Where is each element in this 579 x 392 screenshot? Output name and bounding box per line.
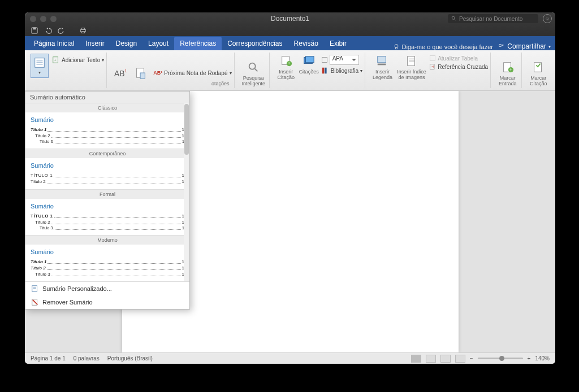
status-language[interactable]: Português (Brasil) <box>107 355 153 361</box>
gallery-preview[interactable]: SumárioTítulo 11Título 21Título 31 <box>25 245 189 282</box>
mark-entry-button[interactable]: + <box>500 60 516 75</box>
svg-text:+: + <box>54 58 57 62</box>
tab-review[interactable]: Revisão <box>288 37 324 50</box>
citation-style-dropdown[interactable]: APA <box>330 55 359 65</box>
custom-toc-icon <box>31 285 39 293</box>
footnote-ab-icon: AB¹ <box>153 70 162 76</box>
svg-rect-31 <box>378 64 386 66</box>
remove-toc-icon <box>31 298 39 306</box>
lightbulb-icon <box>393 43 400 50</box>
svg-rect-3 <box>33 28 36 30</box>
caption-icon <box>376 55 388 67</box>
tab-layout[interactable]: Layout <box>142 37 174 50</box>
svg-rect-5 <box>81 28 84 30</box>
status-bar: Página 1 de 1 0 palavras Português (Bras… <box>25 352 555 364</box>
insert-caption-button[interactable] <box>374 54 390 68</box>
svg-point-20 <box>249 63 256 69</box>
svg-text:AB: AB <box>114 69 124 78</box>
share-button[interactable]: Compartilhar ▾ <box>498 42 551 50</box>
cross-reference-button[interactable]: Referência Cruzada <box>429 63 488 70</box>
qat-redo[interactable] <box>58 27 66 34</box>
tab-view[interactable]: Exibir <box>324 37 352 50</box>
qat-print[interactable] <box>79 27 87 34</box>
titlebar: Documento1 Pesquisar no Documento ☺ <box>25 12 555 25</box>
toc-button[interactable]: ▾ <box>31 54 49 78</box>
document-area: Sumário automático ClássicoSumárioTítulo… <box>25 91 555 352</box>
gallery-style-header: Clássico <box>25 103 189 112</box>
search-placeholder: Pesquisar no Documento <box>459 16 522 22</box>
citations-icon <box>303 55 315 67</box>
zoom-slider[interactable] <box>478 358 523 359</box>
toc-preview-title: Sumário <box>31 249 184 255</box>
toc-preview-line: TÍTULO 11 <box>31 172 184 178</box>
bibliography-button[interactable]: Bibliografia▾ <box>321 67 362 75</box>
svg-rect-19 <box>140 73 145 79</box>
index-images-icon <box>405 55 418 67</box>
custom-toc-item[interactable]: Sumário Personalizado... <box>25 282 189 295</box>
toc-preview-line: Título 21 <box>31 178 184 185</box>
ribbon: ▾ + Adicionar Texto▾ AB1 AB¹ <box>25 50 555 91</box>
insert-endnote-button[interactable] <box>133 66 149 80</box>
status-page[interactable]: Página 1 de 1 <box>31 355 66 361</box>
zoom-level[interactable]: 140% <box>535 355 550 361</box>
gallery-style-header: Formal <box>25 189 189 199</box>
insert-citation-button[interactable]: + <box>278 54 294 68</box>
view-print-layout[interactable] <box>411 355 421 363</box>
tab-home[interactable]: Página Inicial <box>28 37 80 50</box>
toc-gallery: Sumário automático ClássicoSumárioTítulo… <box>25 91 190 310</box>
smart-lookup-button[interactable] <box>245 60 261 75</box>
style-icon <box>321 56 328 63</box>
add-text-icon: + <box>52 56 60 64</box>
status-words[interactable]: 0 palavras <box>74 355 100 361</box>
zoom-in[interactable]: + <box>528 355 531 361</box>
gallery-style-header: Contemporâneo <box>25 149 189 158</box>
insert-table-figures-button[interactable] <box>404 54 420 68</box>
svg-rect-35 <box>430 56 435 61</box>
gallery-preview[interactable]: SumárioTÍTULO 11Título 21 <box>25 158 189 189</box>
toc-preview-line: Título 11 <box>31 127 184 133</box>
toc-preview-title: Sumário <box>31 203 184 210</box>
bibliography-icon <box>321 67 329 75</box>
gallery-preview[interactable]: SumárioTÍTULO 11Título 21Título 31 <box>25 199 189 235</box>
mark-citation-icon <box>532 61 545 73</box>
toc-preview-line: Título 31 <box>31 271 184 277</box>
insert-footnote-button[interactable]: AB1 <box>113 66 128 80</box>
view-web-layout[interactable] <box>426 355 436 363</box>
svg-text:1: 1 <box>125 68 127 73</box>
svg-line-21 <box>255 69 258 72</box>
gallery-style-header: Moderno <box>25 235 189 245</box>
add-text-button[interactable]: + Adicionar Texto▾ <box>52 56 104 64</box>
cross-ref-icon <box>429 63 436 70</box>
quick-access-toolbar <box>25 25 555 36</box>
qat-undo[interactable] <box>44 27 52 34</box>
svg-line-1 <box>455 19 456 21</box>
toc-preview-title: Sumário <box>31 116 184 123</box>
svg-rect-27 <box>322 58 327 63</box>
tab-references[interactable]: Referências <box>174 37 222 50</box>
view-outline[interactable] <box>440 355 451 363</box>
footnotes-group-label: otações <box>211 81 232 87</box>
tab-mailings[interactable]: Correspondências <box>222 37 288 50</box>
qat-save[interactable] <box>31 27 38 34</box>
remove-toc-item[interactable]: Remover Sumário <box>25 295 189 309</box>
toc-preview-line: Título 21 <box>31 219 184 225</box>
svg-rect-28 <box>322 68 324 74</box>
update-table-button: Atualizar Tabela <box>429 55 488 62</box>
tab-design[interactable]: Design <box>110 37 142 50</box>
tab-insert[interactable]: Inserir <box>80 37 110 50</box>
citations-button[interactable] <box>301 54 317 68</box>
search-field[interactable]: Pesquisar no Documento <box>448 14 538 23</box>
feedback-icon[interactable]: ☺ <box>543 14 552 23</box>
view-draft[interactable] <box>455 355 465 363</box>
mark-citation-button[interactable] <box>530 60 546 75</box>
gallery-preview[interactable]: SumárioTítulo 11Título 21Título 31 <box>25 112 189 149</box>
svg-point-0 <box>452 16 455 19</box>
zoom-out[interactable]: − <box>470 355 473 361</box>
ribbon-tabs: Página Inicial Inserir Design Layout Ref… <box>25 36 555 50</box>
gallery-scrollbar[interactable] <box>184 103 189 281</box>
tell-me[interactable]: Diga-me o que você deseja fazer <box>393 43 493 50</box>
toc-preview-line: Título 21 <box>31 133 184 139</box>
svg-text:+: + <box>509 68 512 73</box>
svg-rect-30 <box>378 56 386 63</box>
next-footnote-button[interactable]: AB¹ Próxima Nota de Rodapé▾ <box>153 70 231 76</box>
